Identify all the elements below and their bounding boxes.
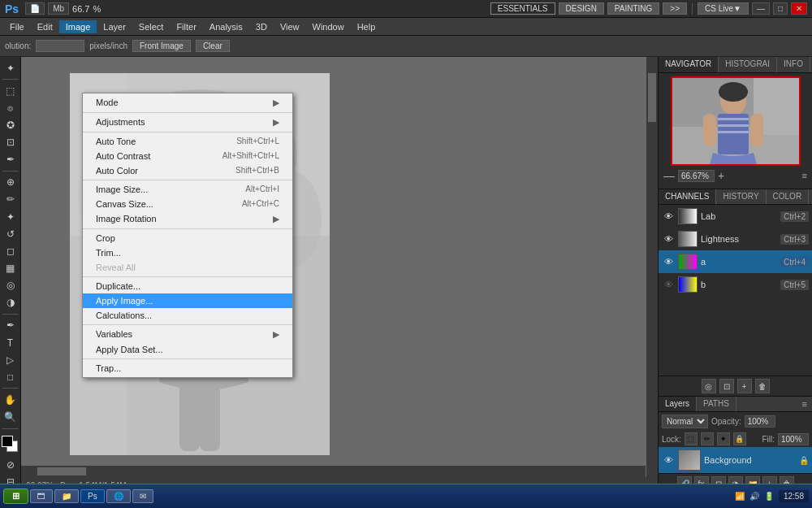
more-workspaces-btn[interactable]: >> [663, 2, 687, 15]
drop-item-trap[interactable]: Trap... [83, 361, 292, 376]
path-select-tool[interactable]: ▷ [2, 352, 19, 367]
taskbar-btn-4[interactable]: 🌐 [106, 489, 131, 503]
drop-item-apply-image[interactable]: Apply Image... [83, 293, 292, 308]
window-close-btn[interactable]: ✕ [791, 2, 807, 15]
move-tool[interactable]: ✦ [2, 60, 19, 76]
scroll-thumb-h[interactable] [37, 467, 86, 475]
essentials-btn[interactable]: ESSENTIALS [490, 2, 555, 15]
window-minimize-btn[interactable]: — [752, 2, 770, 15]
clone-stamp-tool[interactable]: ✦ [2, 209, 19, 224]
menu-select[interactable]: Select [132, 20, 171, 33]
zoom-plus-icon[interactable]: + [718, 169, 724, 182]
opacity-input[interactable] [745, 415, 775, 428]
hand-tool[interactable]: ✋ [2, 392, 19, 407]
channel-eye-lab[interactable]: 👁 [662, 211, 675, 221]
channel-eye-lightness[interactable]: 👁 [662, 234, 675, 244]
canvas-scrollbar-vertical[interactable] [646, 57, 658, 481]
zoom-tool[interactable]: 🔍 [2, 409, 19, 424]
lock-all-btn[interactable]: 🔒 [733, 432, 746, 445]
taskbar-btn-ps[interactable]: Ps [80, 489, 105, 503]
menu-layer[interactable]: Layer [97, 20, 132, 33]
drop-item-auto-contrast[interactable]: Auto Contrast Alt+Shift+Ctrl+L [83, 149, 292, 163]
delete-channel-btn[interactable]: 🗑 [755, 379, 770, 393]
zoom-minus-icon[interactable]: — [663, 169, 675, 182]
channels-options-btn[interactable]: ≡ [809, 189, 812, 204]
lock-pixels-btn[interactable]: ✏ [701, 432, 714, 445]
drop-item-duplicate[interactable]: Duplicate... [83, 279, 292, 293]
channel-to-selection-btn[interactable]: ◎ [702, 379, 716, 393]
tab-histogram[interactable]: HISTOGRAI [719, 57, 777, 72]
layer-row-background[interactable]: 👁 Background 🔒 [659, 447, 812, 473]
tab-navigator[interactable]: NAVIGATOR [659, 57, 719, 72]
menu-image[interactable]: Image [59, 20, 97, 33]
pen-tool[interactable]: ✒ [2, 318, 19, 333]
layers-options-btn[interactable]: ≡ [797, 397, 812, 411]
tab-layers[interactable]: Layers [659, 397, 697, 411]
cs-live-btn[interactable]: CS Live▼ [698, 2, 749, 15]
quick-select-tool[interactable]: ✪ [2, 117, 19, 132]
lasso-tool[interactable]: ⌾ [2, 100, 19, 115]
drop-item-apply-data-set[interactable]: Apply Data Set... [83, 342, 292, 357]
navigator-options-btn[interactable]: ≡ [802, 171, 807, 180]
tab-paths[interactable]: PATHS [697, 397, 736, 411]
scroll-thumb-v[interactable] [648, 73, 656, 122]
design-btn[interactable]: DESIGN [559, 2, 604, 15]
clear-btn[interactable]: Clear [196, 40, 230, 52]
drop-item-mode[interactable]: Mode ▶ [83, 95, 292, 111]
front-image-btn[interactable]: Front Image [132, 40, 191, 52]
mb-btn[interactable]: Mb [48, 2, 69, 15]
menu-filter[interactable]: Filter [170, 20, 202, 33]
dodge-tool[interactable]: ◑ [2, 295, 19, 310]
taskbar-btn-2[interactable]: 📁 [54, 489, 79, 503]
new-channel-btn[interactable]: + [737, 379, 752, 393]
taskbar-btn-1[interactable]: 🗔 [30, 489, 53, 503]
menu-file[interactable]: File [3, 20, 31, 33]
channel-eye-a[interactable]: 👁 [662, 257, 675, 267]
start-button[interactable]: ⊞ [3, 488, 28, 504]
menu-analysis[interactable]: Analysis [203, 20, 249, 33]
canvas-scrollbar-horizontal[interactable] [21, 466, 646, 477]
menu-help[interactable]: Help [351, 20, 382, 33]
marquee-tool[interactable]: ⬚ [2, 83, 19, 98]
color-swatches[interactable] [2, 436, 19, 451]
type-tool[interactable]: T [2, 335, 19, 350]
menu-window[interactable]: Window [306, 20, 351, 33]
tab-channels[interactable]: CHANNELS [659, 189, 716, 204]
layer-eye-background[interactable]: 👁 [662, 455, 675, 465]
menu-view[interactable]: View [274, 20, 306, 33]
drop-item-auto-tone[interactable]: Auto Tone Shift+Ctrl+L [83, 134, 292, 149]
selection-to-channel-btn[interactable]: ⊡ [719, 379, 734, 393]
navigator-zoom-input[interactable]: 66.67% [678, 170, 715, 182]
drop-item-image-rotation[interactable]: Image Rotation ▶ [83, 211, 292, 227]
tab-history[interactable]: HISTORY [716, 189, 766, 204]
drop-item-trim[interactable]: Trim... [83, 245, 292, 260]
drop-item-adjustments[interactable]: Adjustments ▶ [83, 115, 292, 130]
quick-mask-btn[interactable]: ⊘ [2, 458, 19, 473]
blur-tool[interactable]: ◎ [2, 278, 19, 293]
shape-tool[interactable]: □ [2, 369, 19, 384]
channel-row-b[interactable]: 👁 b Ctrl+5 [659, 273, 812, 296]
tab-info[interactable]: INFO [777, 57, 810, 72]
drop-item-crop[interactable]: Crop [83, 231, 292, 245]
file-icon-btn[interactable]: 📄 [25, 2, 45, 15]
drop-item-calculations[interactable]: Calculations... [83, 308, 292, 323]
healing-brush-tool[interactable]: ⊕ [2, 175, 19, 190]
eyedropper-tool[interactable]: ✒ [2, 152, 19, 167]
window-maximize-btn[interactable]: □ [773, 2, 788, 15]
drop-item-variables[interactable]: Variables ▶ [83, 327, 292, 342]
fill-input[interactable] [778, 433, 809, 445]
channel-row-a[interactable]: 👁 a Ctrl+4 [659, 250, 812, 273]
channel-row-lab[interactable]: 👁 Lab Ctrl+2 [659, 205, 812, 228]
brush-tool[interactable]: ✏ [2, 192, 19, 207]
lock-position-btn[interactable]: ✦ [717, 432, 730, 445]
eraser-tool[interactable]: ◻ [2, 243, 19, 258]
channel-row-lightness[interactable]: 👁 Lightness Ctrl+3 [659, 228, 812, 250]
resolution-input[interactable] [36, 40, 84, 52]
blend-mode-select[interactable]: Normal [662, 415, 708, 428]
drop-item-image-size[interactable]: Image Size... Alt+Ctrl+I [83, 182, 292, 197]
menu-edit[interactable]: Edit [31, 20, 59, 33]
drop-item-auto-color[interactable]: Auto Color Shift+Ctrl+B [83, 163, 292, 178]
taskbar-btn-5[interactable]: ✉ [132, 489, 153, 503]
history-brush-tool[interactable]: ↺ [2, 226, 19, 241]
painting-btn[interactable]: PAINTING [607, 2, 659, 15]
